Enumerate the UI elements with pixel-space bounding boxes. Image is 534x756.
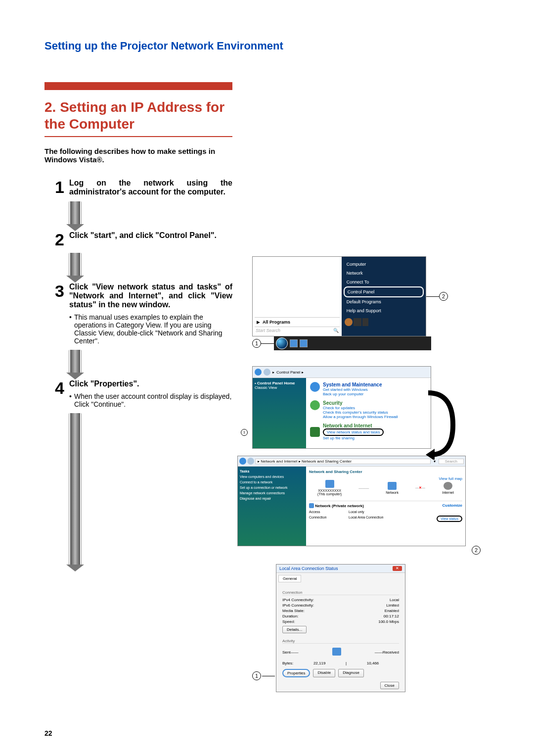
security-icon (310, 400, 320, 410)
cp-link[interactable]: Check this computer's security status (323, 410, 398, 415)
lac-group-activity: Activity (282, 639, 399, 644)
callout-marker-2: 2 (472, 546, 481, 555)
red-divider (44, 136, 232, 137)
callout-marker-1: 1 (252, 339, 261, 348)
cp-side-home[interactable]: • Control Panel Home (255, 381, 304, 385)
arrow-down-icon (69, 201, 81, 231)
nsc-network-private: Network (Private network) (315, 504, 364, 508)
svg-marker-0 (426, 449, 435, 460)
nsc-internet-label: Internet (442, 491, 454, 494)
callout-marker-1: 1 (241, 429, 248, 436)
step-1-title: Log on the network using the administrat… (69, 179, 232, 196)
nsc-side-link[interactable]: View computers and devices (240, 475, 304, 478)
step-2-title: Click "start", and click "Control Panel"… (69, 231, 232, 240)
lac-close-button[interactable]: Close (380, 682, 399, 689)
start-item-default-programs[interactable]: Default Programs (344, 297, 424, 306)
nsc-view-full-map[interactable]: View full map (439, 476, 462, 481)
lac-speed-value: 100.0 Mbps (378, 619, 399, 624)
intro-text: The following describes how to make sett… (44, 147, 232, 164)
nsc-side-link[interactable]: Set up a connection or network (240, 486, 304, 489)
lac-ipv4-value: Local (390, 598, 399, 602)
nsc-customize[interactable]: Customize (443, 503, 462, 509)
step-4-bullet: When the user account control display is… (69, 392, 232, 408)
nsc-tasks-label: Tasks (240, 470, 304, 473)
lock-icon[interactable] (354, 318, 361, 326)
lac-received-label: Received (383, 650, 399, 655)
cp-link[interactable]: Back up your computer (323, 392, 382, 396)
lac-media-label: Media State: (282, 609, 305, 613)
nsc-connection-value: Local Area Connection (349, 516, 383, 522)
lac-properties-button[interactable]: Properties (282, 669, 310, 677)
start-item-connect-to[interactable]: Connect To (344, 278, 424, 286)
quicklaunch-icon[interactable] (300, 339, 308, 347)
lac-speed-label: Speed: (282, 619, 295, 624)
cp-link[interactable]: Check for updates (323, 406, 398, 410)
cp-security[interactable]: Security (323, 400, 398, 406)
nav-back-icon[interactable] (255, 369, 262, 376)
step-2: 2 Click "start", and click "Control Pane… (44, 231, 490, 248)
start-search-input[interactable]: Start Search (256, 328, 333, 333)
lac-title: Local Area Connection Status (279, 566, 338, 571)
nsc-computer-name: XXXXXXXXXX (318, 489, 341, 492)
close-icon[interactable]: ✕ (393, 566, 402, 571)
nsc-network-label: Network (386, 491, 399, 494)
nav-fwd-icon[interactable] (264, 369, 270, 376)
cp-link[interactable]: Allow a program through Windows Firewall (323, 415, 398, 419)
nsc-side-link[interactable]: Diagnose and repair (240, 497, 304, 500)
lac-group-connection: Connection (282, 590, 399, 595)
lac-duration-value: 00:17:12 (384, 614, 399, 618)
figure-control-panel: ▸ Control Panel ▸ • Control Panel Home C… (252, 366, 466, 555)
nsc-view-status[interactable]: View status (437, 516, 462, 522)
curved-arrow-icon (426, 390, 460, 460)
internet-icon (444, 482, 452, 490)
arrow-down-icon (69, 350, 81, 379)
start-item-help[interactable]: Help and Support (344, 306, 424, 315)
lac-media-value: Enabled (385, 609, 399, 613)
lac-details-button[interactable]: Details... (282, 626, 307, 633)
lac-ipv6-value: Limited (386, 603, 399, 608)
nsc-this-computer: (This computer) (317, 492, 342, 496)
lac-disable-button[interactable]: Disable (313, 669, 335, 677)
section-title: 2. Setting an IP Address for the Compute… (44, 99, 232, 132)
activity-icon (332, 648, 341, 656)
start-item-network[interactable]: Network (344, 269, 424, 278)
callout-marker-2: 2 (439, 292, 448, 301)
figure-start-menu: ▶ All Programs Start Search 🔍 Computer N… (252, 256, 448, 350)
nsc-side-link[interactable]: Manage network connections (240, 491, 304, 495)
nav-back-icon[interactable] (239, 458, 246, 465)
nav-fwd-icon[interactable] (247, 458, 254, 465)
cp-link[interactable]: Set up file sharing (323, 436, 384, 440)
step-number: 3 (44, 283, 64, 299)
nsc-access-value: Local only (349, 510, 364, 514)
red-accent-bar (44, 82, 232, 90)
cp-network-internet[interactable]: Network and Internet (323, 423, 384, 428)
step-1: 1 Log on the network using the administr… (44, 179, 490, 196)
lac-ipv4-label: IPv4 Connectivity: (282, 598, 314, 602)
chevron-right-icon[interactable] (362, 318, 368, 326)
start-all-programs[interactable]: All Programs (263, 320, 290, 325)
computer-icon (325, 480, 334, 488)
lac-diagnose-button[interactable]: Diagnose (338, 669, 364, 677)
network-icon (310, 427, 320, 437)
start-item-control-panel[interactable]: Control Panel (344, 286, 424, 297)
search-icon[interactable]: 🔍 (333, 328, 339, 333)
figure-lac-status: 1 Local Area Connection Status ✕ General… (252, 564, 405, 692)
nsc-address[interactable]: ▸ Network and Internet ▸ Network and Sha… (255, 459, 431, 464)
lac-ipv6-label: IPv6 Connectivity: (282, 603, 314, 608)
power-icon[interactable] (345, 318, 353, 326)
start-item-computer[interactable]: Computer (344, 260, 424, 269)
cp-system-maintenance[interactable]: System and Maintenance (323, 382, 382, 387)
arrow-down-icon (69, 413, 81, 571)
quicklaunch-icon[interactable] (290, 339, 298, 347)
nsc-side-link[interactable]: Connect to a network (240, 480, 304, 484)
start-orb-icon[interactable] (276, 337, 288, 349)
cp-side-classic[interactable]: Classic View (255, 385, 304, 390)
cp-view-network-status[interactable]: View network status and tasks (323, 428, 384, 436)
cp-link[interactable]: Get started with Windows (323, 387, 382, 392)
nsc-connection-label: Connection (309, 516, 349, 522)
lac-duration-label: Duration: (282, 614, 298, 618)
step-number: 4 (44, 379, 64, 396)
lac-tab-general[interactable]: General (278, 575, 301, 582)
step-3-title: Click "View network status and tasks" of… (69, 283, 232, 309)
page-number: 22 (44, 729, 52, 737)
